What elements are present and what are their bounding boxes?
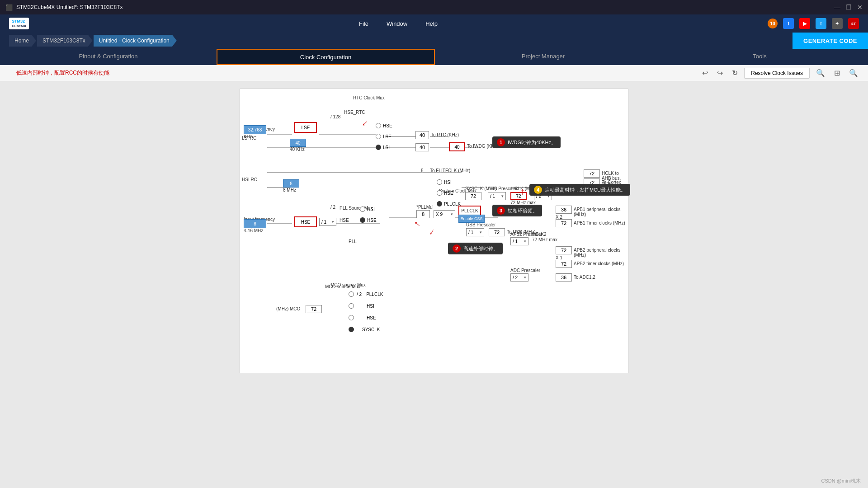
network-icon[interactable]: ✦ <box>832 18 843 29</box>
apb1-periph-value[interactable]: 36 <box>556 206 572 214</box>
twitter-icon[interactable]: t <box>816 18 826 29</box>
mco-value[interactable]: 72 <box>306 305 322 313</box>
iwdg-value[interactable]: 40 <box>449 142 465 151</box>
hclk-bus-value[interactable]: 72 <box>584 169 600 178</box>
pll-mux-radios[interactable]: HSI HSE <box>360 206 377 223</box>
hse-div1-dropdown[interactable]: / 1 <box>319 218 336 226</box>
close-button[interactable]: ✕ <box>857 4 863 11</box>
hse-pll-label: HSE <box>367 218 377 223</box>
arrow-lse: ↓ <box>360 118 370 128</box>
rtc-mux-radios[interactable]: HSE LSE LSI <box>376 123 392 150</box>
arrow-hclk: ↓ <box>520 188 525 198</box>
hsi-unit: 8 MHz <box>283 188 296 192</box>
hsi-sysclk-label: HSI <box>444 180 452 185</box>
hsi-sysclk-radio[interactable] <box>437 179 442 185</box>
minimize-button[interactable]: — <box>834 4 840 11</box>
ann-num-4: 4 <box>534 186 542 194</box>
facebook-icon[interactable]: f <box>783 18 794 29</box>
zoom-fit-button[interactable]: ⊞ <box>831 67 843 79</box>
hse-sysclk-label: HSE <box>444 191 453 196</box>
rtc-value[interactable]: 40 <box>415 131 429 139</box>
mco-hsi-radio[interactable] <box>349 303 354 309</box>
mco-to-label: (MHz) MCO <box>276 306 300 311</box>
resolve-clock-button[interactable]: Resolve Clock Issues <box>744 68 810 79</box>
title-bar-controls[interactable]: — ❐ ✕ <box>834 4 863 11</box>
annotation-pll: 3 锁相环倍频。 <box>492 205 542 216</box>
apb2-timer-value[interactable]: 72 <box>556 260 572 268</box>
zoom-in-button[interactable]: 🔍 <box>813 67 828 79</box>
apb1-timer-label: APB1 Timer clocks (MHz) <box>574 221 625 225</box>
hse-input-value[interactable]: 8 <box>244 219 266 228</box>
lsi-radio[interactable] <box>376 145 381 150</box>
redo-button[interactable]: ↪ <box>714 67 726 79</box>
hsi-pll-radio[interactable] <box>360 206 365 212</box>
hse-rtc-label: HSE <box>383 123 392 128</box>
mco-hse-radio[interactable] <box>349 315 354 320</box>
ann-num-2: 2 <box>453 244 461 253</box>
pclk2-max-label: 72 MHz max <box>532 237 557 242</box>
arrow-iwdg: ↓ <box>412 219 423 229</box>
hse-sysclk-radio[interactable] <box>437 190 442 196</box>
menu-help[interactable]: Help <box>425 20 438 27</box>
pll-mul-dropdown[interactable]: X 9 <box>434 210 455 218</box>
mco-pllclk-div2-label: / 2 <box>357 292 362 297</box>
hse-pll-radio[interactable] <box>360 217 365 223</box>
usb-prescaler-dropdown[interactable]: / 1 <box>466 228 484 236</box>
apb2-periph-value[interactable]: 72 <box>556 246 572 254</box>
hse-block: HSE <box>294 216 317 227</box>
sysclk-mux-radios[interactable]: HSI HSE PLLCLK <box>437 179 461 206</box>
mco-mux-radios[interactable]: / 2 PLLCLK HSI HSE SYSCLK <box>349 291 383 332</box>
menu-file[interactable]: File <box>359 20 368 27</box>
mco-pllclk-label: PLLCLK <box>366 292 383 297</box>
lse-radio-label: LSE <box>383 134 392 139</box>
flitfclk-label: To FLITFCLK (MHz) <box>430 168 470 173</box>
tab-clock[interactable]: Clock Configuration <box>217 49 435 65</box>
apb1-timer-value[interactable]: 72 <box>556 219 572 227</box>
breadcrumb-home[interactable]: Home <box>9 35 36 47</box>
lse-radio[interactable] <box>376 134 381 139</box>
usb-value[interactable]: 72 <box>489 228 505 236</box>
lse-input-value[interactable]: 32.768 <box>244 125 266 134</box>
lsi-value[interactable]: 40 <box>290 139 306 147</box>
footer-text: CSDN @mini机木 <box>821 478 861 484</box>
maximize-button[interactable]: ❐ <box>846 4 852 11</box>
hsi-value[interactable]: 8 <box>283 179 299 188</box>
lsi-radio-label: LSI <box>383 145 390 150</box>
pllmul-label: *PLLMul <box>416 205 434 210</box>
pllclk-sysclk-radio[interactable] <box>437 201 442 206</box>
sysclk-value[interactable]: 72 <box>465 192 481 200</box>
undo-button[interactable]: ↩ <box>699 67 711 79</box>
apb2-prescaler-dropdown[interactable]: / 1 <box>510 237 528 245</box>
tab-pinout[interactable]: Pinout & Configuration <box>0 49 217 65</box>
generate-code-button[interactable]: GENERATE CODE <box>793 33 868 49</box>
zoom-out-button[interactable]: 🔍 <box>846 67 861 79</box>
enable-css-button[interactable]: Enable CSS <box>458 215 485 223</box>
usb-to-label: To USB (MHz) <box>507 230 536 235</box>
ahb-prescaler-dropdown[interactable]: / 1 <box>488 192 506 200</box>
youtube-icon[interactable]: ▶ <box>799 18 810 29</box>
arrow-hse: ↓ <box>428 226 437 237</box>
st-icon[interactable]: ST <box>848 18 859 29</box>
breadcrumb-device[interactable]: STM32F103C8Tx <box>37 35 93 47</box>
annotation-hclk: 4 启动最高时钟，发挥MCU最大性能。 <box>529 184 630 196</box>
mco-pllclk2-radio[interactable] <box>349 291 354 297</box>
tab-tools[interactable]: Tools <box>651 49 868 65</box>
lse-lsi-value[interactable]: 40 <box>415 143 429 151</box>
menu-items[interactable]: File Window Help <box>359 20 438 27</box>
app-icon: ⬛ <box>5 4 13 11</box>
pll-mul-value[interactable]: 8 <box>416 210 430 218</box>
annotation-hse: 2 高速外部时钟。 <box>448 243 503 254</box>
tab-project[interactable]: Project Manager <box>435 49 651 65</box>
mco-sysclk-radio[interactable] <box>349 327 354 332</box>
refresh-button[interactable]: ↻ <box>729 67 741 79</box>
adc-prescaler-dropdown[interactable]: / 2 <box>510 273 528 282</box>
ann-num-3: 3 <box>497 206 505 215</box>
hsi-rc-label: HSI RC <box>242 177 257 182</box>
ann-num-1: 1 <box>497 138 505 146</box>
adc-value[interactable]: 36 <box>556 273 572 282</box>
mco-source-mux-section: MCO source Mux <box>325 284 360 289</box>
hse-rtc-radio[interactable] <box>376 123 381 128</box>
breadcrumb-active[interactable]: Untitled - Clock Configuration <box>94 35 177 47</box>
logo: STM32 CubeMX <box>9 18 29 29</box>
menu-window[interactable]: Window <box>387 20 407 27</box>
